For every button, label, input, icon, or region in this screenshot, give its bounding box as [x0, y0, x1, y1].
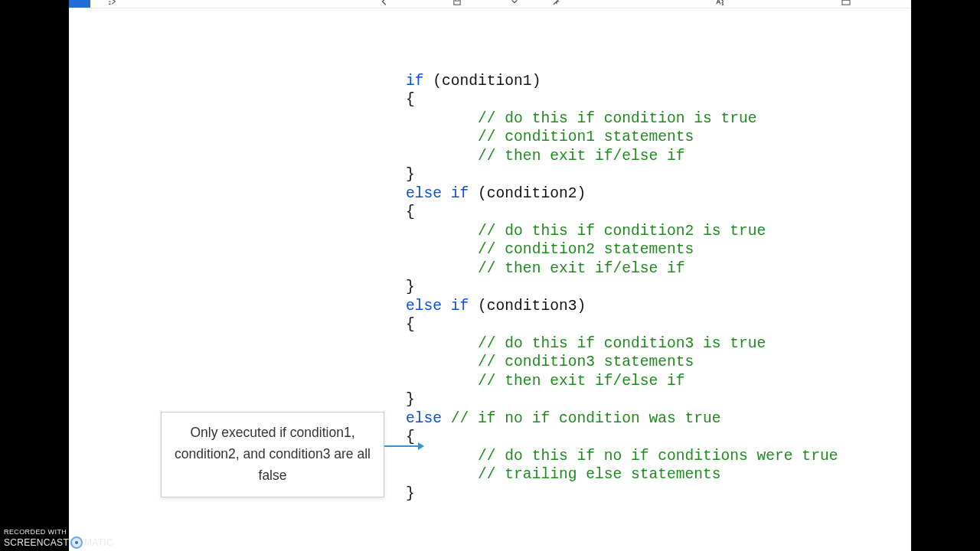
- chevron-left-icon: [379, 0, 390, 5]
- letterbox-right: [911, 0, 980, 551]
- letterbox-left: [0, 0, 69, 551]
- svg-rect-1: [456, 0, 459, 1]
- recorder-watermark: RECORDED WITH SCREENCAST MATIC: [4, 527, 113, 549]
- svg-rect-2: [842, 0, 850, 5]
- watermark-line1: RECORDED WITH: [4, 527, 113, 536]
- text-style-icon: [714, 0, 725, 5]
- save-icon: [452, 0, 462, 5]
- tool-icon: [107, 0, 118, 5]
- ribbon-corner: [69, 0, 90, 8]
- chevron-down-icon: [509, 0, 520, 5]
- target-icon: [70, 536, 83, 549]
- toolbar-fragment: [69, 0, 911, 8]
- collapse-icon: [551, 0, 562, 5]
- callout-text: Only executed if condition1, condition2,…: [175, 425, 371, 483]
- document-stage: if (condition1) { // do this if conditio…: [69, 0, 911, 551]
- callout-box: Only executed if condition1, condition2,…: [161, 412, 384, 497]
- watermark-brand-left: SCREENCAST: [4, 538, 69, 547]
- layout-icon: [841, 0, 851, 5]
- watermark-brand-right: MATIC: [84, 538, 113, 547]
- code-snippet: if (condition1) { // do this if conditio…: [406, 72, 838, 504]
